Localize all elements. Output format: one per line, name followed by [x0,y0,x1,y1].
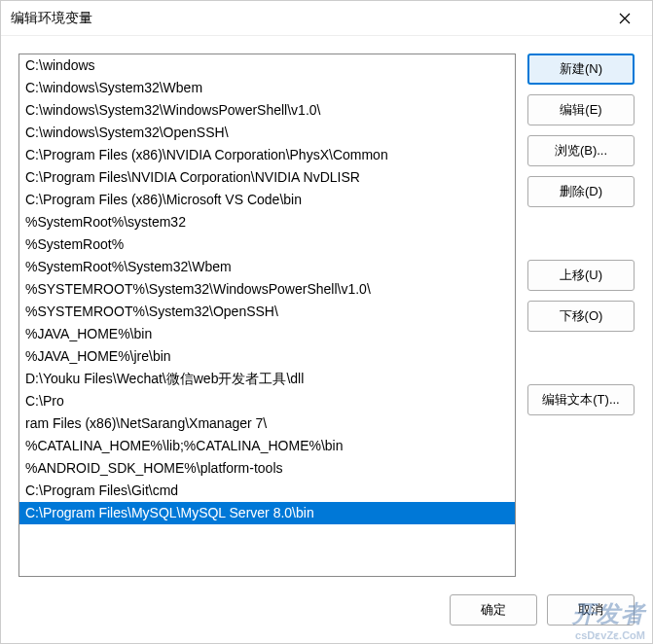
dialog-window: 编辑环境变量 C:\windowsC:\windows\System32\Wbe… [0,0,653,644]
ok-button[interactable]: 确定 [450,594,537,626]
list-item[interactable]: %CATALINA_HOME%\lib;%CATALINA_HOME%\bin [19,435,515,457]
delete-button[interactable]: 删除(D) [527,176,635,207]
path-listbox[interactable]: C:\windowsC:\windows\System32\WbemC:\win… [18,54,516,577]
list-item[interactable]: %SystemRoot% [19,233,515,256]
close-button[interactable] [607,1,642,36]
list-wrap: C:\windowsC:\windows\System32\WbemC:\win… [18,54,516,577]
list-item[interactable]: C:\Program Files\NVIDIA Corporation\NVID… [19,166,515,189]
spacer [527,341,635,375]
list-item[interactable]: C:\Program Files (x86)\NVIDIA Corporatio… [19,144,515,166]
list-item[interactable]: %JAVA_HOME%\jre\bin [19,345,515,368]
list-item[interactable]: %SystemRoot%\system32 [19,211,515,233]
list-item[interactable]: C:\windows\System32\OpenSSH\ [19,122,515,144]
list-item[interactable]: C:\Program Files (x86)\Microsoft VS Code… [19,189,515,211]
list-item[interactable]: C:\windows\System32\WindowsPowerShell\v1… [19,99,515,122]
titlebar: 编辑环境变量 [1,1,652,36]
dialog-body: C:\windowsC:\windows\System32\WbemC:\win… [1,36,652,577]
cancel-button[interactable]: 取消 [547,594,635,626]
list-item[interactable]: C:\Program Files\Git\cmd [19,480,515,502]
list-item[interactable]: %JAVA_HOME%\bin [19,323,515,345]
list-item[interactable]: %SYSTEMROOT%\System32\OpenSSH\ [19,301,515,323]
move-up-button[interactable]: 上移(U) [527,260,635,291]
close-icon [619,13,631,24]
edit-text-button[interactable]: 编辑文本(T)... [527,384,635,415]
edit-button[interactable]: 编辑(E) [527,94,635,125]
list-item[interactable]: C:\Pro [19,390,515,412]
side-buttons: 新建(N) 编辑(E) 浏览(B)... 删除(D) 上移(U) 下移(O) 编… [527,54,635,577]
list-item[interactable]: C:\windows\System32\Wbem [19,77,515,99]
browse-button[interactable]: 浏览(B)... [527,135,635,166]
list-item[interactable]: %SYSTEMROOT%\System32\WindowsPowerShell\… [19,278,515,301]
dialog-footer: 确定 取消 [1,577,652,643]
list-item[interactable]: %ANDROID_SDK_HOME%\platform-tools [19,457,515,480]
list-item[interactable]: %SystemRoot%\System32\Wbem [19,256,515,278]
list-item[interactable]: ram Files (x86)\NetSarang\Xmanager 7\ [19,412,515,435]
spacer [527,217,635,250]
move-down-button[interactable]: 下移(O) [527,301,635,332]
new-button[interactable]: 新建(N) [527,54,635,85]
list-item[interactable]: C:\windows [19,54,515,77]
window-title: 编辑环境变量 [11,10,607,27]
list-item[interactable]: D:\Youku Files\Wechat\微信web开发者工具\dll [19,368,515,390]
list-item[interactable]: C:\Program Files\MySQL\MySQL Server 8.0\… [19,502,515,524]
